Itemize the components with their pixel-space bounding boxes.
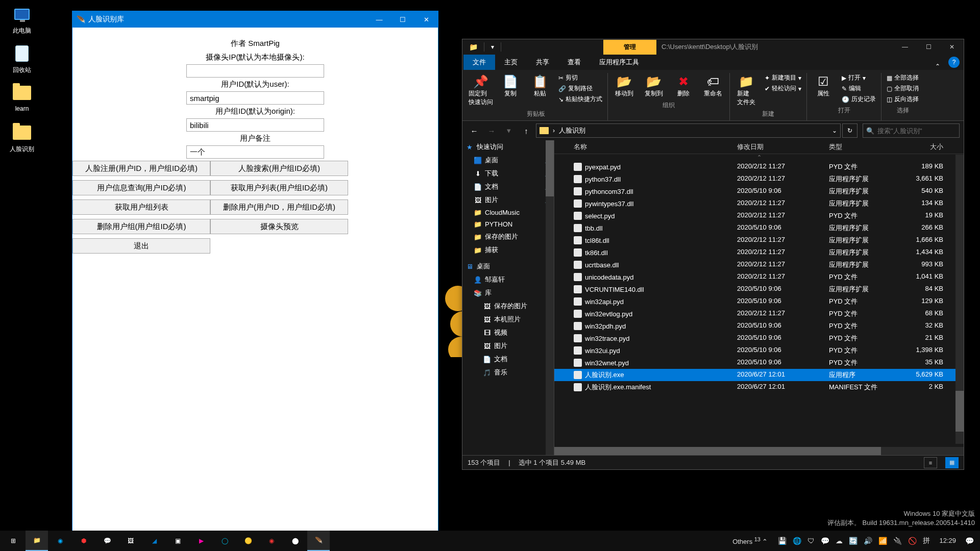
tab-file[interactable]: 文件 <box>463 55 495 70</box>
view-icons-button[interactable]: ▦ <box>945 457 959 468</box>
tree-item[interactable]: 🖼图片📌 <box>462 193 554 207</box>
tab-apptools[interactable]: 应用程序工具 <box>590 55 648 70</box>
task-app1[interactable]: ⬢ <box>72 531 95 551</box>
paste-shortcut-button[interactable]: ↘粘贴快捷方式 <box>556 94 604 104</box>
maximize-button[interactable]: ☐ <box>391 11 414 28</box>
desktop-icon-thispc[interactable]: 此电脑 <box>2 4 42 35</box>
action-button-0[interactable]: 人脸注册(用户ID，用户组ID必填) <box>72 161 210 176</box>
newitem-button[interactable]: ✦新建项目 ▾ <box>763 73 803 83</box>
edit-button[interactable]: ✎编辑 <box>840 84 878 93</box>
minimize-button[interactable]: — <box>893 39 917 55</box>
remark-input[interactable] <box>186 145 324 159</box>
open-button[interactable]: ▶打开 ▾ <box>840 73 878 83</box>
selectall-button[interactable]: ▦全部选择 <box>885 73 921 83</box>
col-name[interactable]: 名称 <box>570 142 733 152</box>
tray-block-icon[interactable]: 🚫 <box>908 537 917 545</box>
task-faceapp[interactable]: 🪶 <box>307 531 330 551</box>
file-vscrollbar[interactable] <box>955 155 964 444</box>
col-size[interactable]: 大小 <box>901 142 947 152</box>
tree-item[interactable]: 📁捕获 <box>462 243 554 257</box>
tray-ime-icon[interactable]: 拼 <box>923 536 930 545</box>
file-row[interactable]: 人脸识别.exe.manifest2020/6/27 12:01MANIFEST… <box>554 381 964 393</box>
task-app2[interactable]: 🖼 <box>119 531 142 551</box>
forward-button[interactable]: → <box>484 123 499 138</box>
refresh-button[interactable]: ↻ <box>842 123 857 138</box>
file-row[interactable]: pywintypes37.dll2020/2/12 11:27应用程序扩展134… <box>554 197 964 210</box>
tray-clock[interactable]: 12:29 <box>939 537 956 544</box>
task-app5[interactable]: ◉ <box>260 531 283 551</box>
tree-libraries[interactable]: 📚库 <box>462 286 554 299</box>
chevron-down-icon[interactable]: ⌄ <box>832 127 837 134</box>
tray-notifications-icon[interactable]: 💬 <box>965 537 974 545</box>
desktop-icon-learn[interactable]: learn <box>2 83 42 112</box>
file-row[interactable]: pythoncom37.dll2020/5/10 9:06应用程序扩展540 K… <box>554 185 964 197</box>
copy-button[interactable]: 📄复制 <box>497 73 524 108</box>
tree-quickaccess[interactable]: ★快速访问 <box>462 140 554 154</box>
task-vscode[interactable]: ◢ <box>143 531 165 551</box>
history-button[interactable]: 🕘历史记录 <box>840 94 878 104</box>
selectnone-button[interactable]: ▢全部取消 <box>885 84 921 93</box>
pin-quickaccess-button[interactable]: 📌固定到 快速访问 <box>468 73 494 108</box>
tab-share[interactable]: 共享 <box>527 55 558 70</box>
invertsel-button[interactable]: ◫反向选择 <box>885 94 921 104</box>
up-button[interactable]: ↑ <box>519 123 534 138</box>
file-row[interactable]: win32ui.pyd2020/5/10 9:06PYD 文件1,398 KB <box>554 344 964 357</box>
rename-button[interactable]: 🏷重命名 <box>700 73 726 99</box>
tree-user[interactable]: 👤邹嘉轩 <box>462 273 554 286</box>
newfolder-button[interactable]: 📁新建 文件夹 <box>733 73 760 108</box>
tree-desktop[interactable]: 🖥桌面 <box>462 260 554 273</box>
desktop-icon-recyclebin[interactable]: 回收站 <box>2 43 42 74</box>
help-icon[interactable]: ? <box>948 57 960 68</box>
close-button[interactable]: ✕ <box>414 11 438 28</box>
recent-dropdown[interactable]: ▾ <box>501 123 517 138</box>
action-button-7[interactable]: 摄像头预览 <box>210 219 348 234</box>
tree-item[interactable]: 🖼保存的图片 <box>462 299 554 313</box>
easyaccess-button[interactable]: ✔轻松访问 ▾ <box>763 84 803 93</box>
tray-globe-icon[interactable]: 🌐 <box>793 537 801 545</box>
back-button[interactable]: ← <box>467 123 482 138</box>
properties-button[interactable]: ☑属性 <box>810 73 837 104</box>
copypath-button[interactable]: 🔗复制路径 <box>556 84 604 93</box>
tray-hdd-icon[interactable]: 💾 <box>778 537 787 545</box>
tray-power-icon[interactable]: 🔌 <box>893 537 902 545</box>
file-hscrollbar[interactable] <box>554 447 964 455</box>
file-row[interactable]: tbb.dll2020/5/10 9:06应用程序扩展266 KB <box>554 222 964 234</box>
file-row[interactable]: ucrtbase.dll2020/2/12 11:27应用程序扩展993 KB <box>554 259 964 271</box>
start-button[interactable]: ⊞ <box>2 531 24 551</box>
tray-volume-icon[interactable]: 🔊 <box>864 537 872 545</box>
action-button-8[interactable]: 退出 <box>72 238 210 254</box>
tree-item[interactable]: 🖼图片 <box>462 339 554 353</box>
tree-item[interactable]: 🟦桌面📌 <box>462 154 554 167</box>
action-button-5[interactable]: 删除用户(用户ID，用户组ID必填) <box>210 199 348 215</box>
task-edge[interactable]: ◉ <box>49 531 71 551</box>
file-row[interactable]: pyexpat.pyd2020/2/12 11:27PYD 文件189 KB <box>554 161 964 173</box>
user-input[interactable] <box>186 91 324 105</box>
context-tab[interactable]: 管理 <box>603 40 656 55</box>
file-row[interactable]: select.pyd2020/2/12 11:27PYD 文件19 KB <box>554 210 964 222</box>
tab-home[interactable]: 主页 <box>495 55 527 70</box>
minimize-button[interactable]: — <box>368 11 391 28</box>
task-app3[interactable]: ▶ <box>190 531 212 551</box>
cut-button[interactable]: ✂剪切 <box>556 73 604 83</box>
tree-item[interactable]: 🎵音乐 <box>462 366 554 379</box>
file-row[interactable]: VCRUNTIME140.dll2020/5/10 9:06应用程序扩展84 K… <box>554 283 964 295</box>
file-row[interactable]: python37.dll2020/2/12 11:27应用程序扩展3,661 K… <box>554 173 964 185</box>
action-button-3[interactable]: 获取用户列表(用户组ID必填) <box>210 180 348 195</box>
breadcrumb[interactable]: 人脸识别 <box>559 126 585 135</box>
tree-item[interactable]: 📁CloudMusic <box>462 207 554 218</box>
col-type[interactable]: 类型 <box>825 142 901 152</box>
tree-item[interactable]: ⬇下载📌 <box>462 167 554 180</box>
tree-item[interactable]: 🎞视频 <box>462 326 554 339</box>
tree-item[interactable]: 📁PYTHON <box>462 218 554 230</box>
maximize-button[interactable]: ☐ <box>917 39 940 55</box>
file-row[interactable]: win32api.pyd2020/5/10 9:06PYD 文件129 KB <box>554 295 964 308</box>
search-input[interactable] <box>877 127 964 135</box>
titlebar[interactable]: 🪶 人脸识别库 — ☐ ✕ <box>72 11 438 28</box>
camera-input[interactable] <box>186 64 324 78</box>
file-row[interactable]: win32trace.pyd2020/5/10 9:06PYD 文件21 KB <box>554 332 964 344</box>
close-button[interactable]: ✕ <box>940 39 964 55</box>
file-row[interactable]: win32pdh.pyd2020/5/10 9:06PYD 文件32 KB <box>554 320 964 332</box>
tray-wechat-icon[interactable]: 💬 <box>821 537 829 545</box>
tray-shield-icon[interactable]: 🛡 <box>807 537 815 545</box>
view-details-button[interactable]: ≡ <box>924 457 937 468</box>
